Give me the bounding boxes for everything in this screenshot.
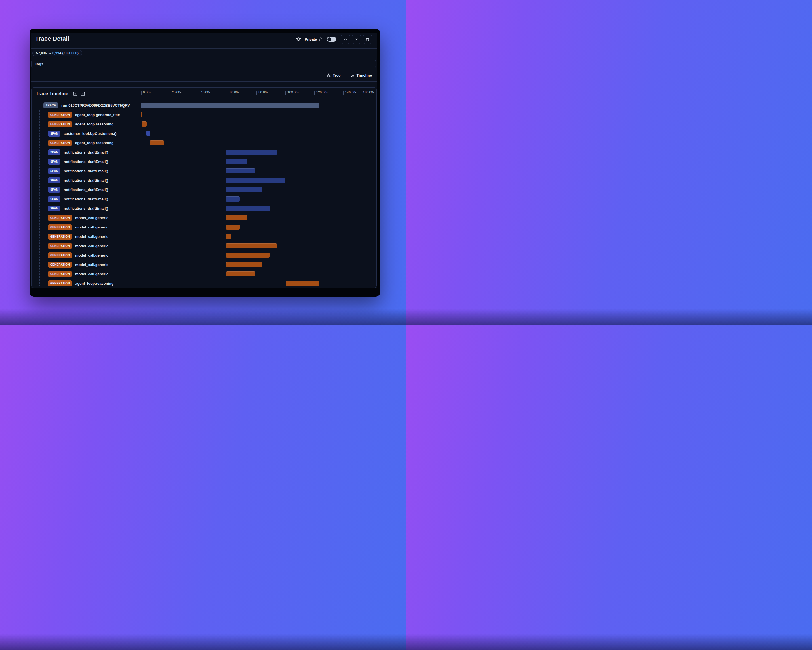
- axis-tick-line: [256, 90, 257, 95]
- timeline-row-generation[interactable]: — GENERATION model_call.generic: [32, 223, 377, 232]
- observation-name: model_call.generic: [75, 234, 108, 239]
- observation-name: customer_lookUpCustomers(): [64, 132, 116, 136]
- timeline-bar[interactable]: [147, 131, 150, 136]
- timeline-row-generation[interactable]: — GENERATION model_call.generic: [32, 232, 377, 241]
- timeline-row-generation[interactable]: — GENERATION agent_loop.reasoning: [32, 119, 377, 129]
- type-badge: SPAN: [48, 131, 60, 136]
- axis-tick-label: 120.00s: [316, 90, 328, 94]
- tree-icon: [327, 73, 331, 78]
- next-button[interactable]: [352, 35, 361, 44]
- type-badge: TRACE: [43, 102, 58, 109]
- expand-all-button[interactable]: [73, 92, 78, 96]
- type-badge: GENERATION: [48, 112, 72, 118]
- type-badge: SPAN: [48, 168, 60, 174]
- observation-name: model_call.generic: [75, 216, 108, 220]
- timeline-row-span[interactable]: — SPAN notifications_draftEmail(): [32, 185, 377, 194]
- axis-end-label: 160.00s: [363, 90, 374, 94]
- observation-name: notifications_draftEmail(): [64, 150, 108, 154]
- observation-name: notifications_draftEmail(): [64, 197, 108, 201]
- tab-tree[interactable]: Tree: [322, 70, 346, 81]
- panel-content: Trace Detail Private: [31, 34, 377, 288]
- tags-input[interactable]: Tags: [32, 60, 376, 68]
- timeline-row-span[interactable]: — SPAN notifications_draftEmail(): [32, 176, 377, 185]
- timeline-row-span[interactable]: — SPAN notifications_draftEmail(): [32, 148, 377, 157]
- observation-name: notifications_draftEmail(): [64, 169, 108, 173]
- collapse-all-button[interactable]: [81, 92, 85, 96]
- type-badge: GENERATION: [48, 280, 72, 286]
- timeline-bar[interactable]: [142, 121, 147, 127]
- timeline-row-span[interactable]: — SPAN notifications_draftEmail(): [32, 157, 377, 166]
- type-badge: GENERATION: [48, 262, 72, 268]
- type-badge: GENERATION: [48, 140, 72, 146]
- timeline-row-generation[interactable]: — GENERATION model_call.generic: [32, 251, 377, 260]
- timeline-row-generation[interactable]: — GENERATION agent_loop.reasoning: [32, 279, 377, 288]
- type-badge: GENERATION: [48, 271, 72, 277]
- timeline-row-trace[interactable]: — TRACE run:01JCTPR9VD06FD2ZBB5VCT5QRV: [32, 101, 377, 110]
- star-icon[interactable]: [296, 36, 301, 42]
- timeline-bar[interactable]: [226, 196, 240, 202]
- token-usage-badge: 57,036 → 3,994 (Σ 61,030): [32, 50, 82, 57]
- timeline-bar[interactable]: [226, 159, 247, 164]
- timeline-bar[interactable]: [226, 225, 240, 229]
- axis-tick-line: [170, 90, 171, 95]
- timeline-bar[interactable]: [141, 112, 142, 117]
- timeline-bar[interactable]: [226, 187, 262, 192]
- timeline-bar[interactable]: [286, 281, 319, 286]
- view-tabstrip: Tree Timeline: [31, 70, 377, 82]
- axis-tick-line: [227, 90, 228, 95]
- timeline-bar[interactable]: [226, 206, 270, 211]
- axis-tick-label: 140.00s: [345, 90, 357, 94]
- type-badge: SPAN: [48, 177, 60, 184]
- timeline-row-span[interactable]: — SPAN customer_lookUpCustomers(): [32, 129, 377, 138]
- axis-tick-label: 80.00s: [258, 90, 269, 94]
- timeline-row-generation[interactable]: — GENERATION agent_loop.generate_title: [32, 110, 377, 119]
- privacy-control: Private: [305, 37, 323, 41]
- timeline-row-span[interactable]: — SPAN notifications_draftEmail(): [32, 166, 377, 176]
- observation-name: model_call.generic: [75, 244, 108, 248]
- timeline-row-span[interactable]: — SPAN notifications_draftEmail(): [32, 194, 377, 204]
- timeline-bar[interactable]: [226, 150, 277, 155]
- axis-tick-label: 100.00s: [287, 90, 299, 94]
- observation-name: notifications_draftEmail(): [64, 178, 108, 182]
- timeline-bar[interactable]: [226, 234, 232, 239]
- timeline-row-generation[interactable]: — GENERATION model_call.generic: [32, 260, 377, 269]
- timeline-row-span[interactable]: — SPAN notifications_draftEmail(): [32, 204, 377, 213]
- timeline-bar[interactable]: [226, 262, 263, 267]
- delete-button[interactable]: [363, 35, 372, 44]
- axis-tick-line: [343, 90, 344, 95]
- chevron-down-icon: [355, 37, 359, 41]
- timeline-bar[interactable]: [226, 271, 255, 277]
- timeline-row-generation[interactable]: — GENERATION model_call.generic: [32, 269, 377, 279]
- timeline-bar[interactable]: [226, 178, 285, 183]
- observation-name: model_call.generic: [75, 263, 108, 267]
- timeline-title: Trace Timeline: [36, 91, 68, 96]
- timeline-bar[interactable]: [226, 215, 247, 220]
- page-title: Trace Detail: [35, 35, 69, 42]
- axis-tick-label: 40.00s: [201, 90, 211, 94]
- privacy-toggle[interactable]: [327, 37, 336, 42]
- observation-name: notifications_draftEmail(): [64, 206, 108, 211]
- timeline-row-generation[interactable]: — GENERATION model_call.generic: [32, 241, 377, 251]
- timeline-bar[interactable]: [226, 168, 255, 173]
- prev-button[interactable]: [341, 35, 350, 44]
- axis-tick-line: [314, 90, 315, 95]
- observation-name: notifications_draftEmail(): [64, 188, 108, 192]
- tab-timeline[interactable]: Timeline: [345, 70, 377, 81]
- type-badge: SPAN: [48, 159, 60, 165]
- timeline-bar[interactable]: [150, 140, 164, 145]
- toggle-knob: [327, 37, 331, 41]
- privacy-label: Private: [305, 37, 317, 41]
- timeline-bar[interactable]: [226, 252, 270, 258]
- type-badge: GENERATION: [48, 121, 72, 127]
- timeline-bar[interactable]: [141, 103, 319, 108]
- trace-detail-panel: Trace Detail Private: [29, 29, 380, 297]
- tags-label: Tags: [35, 62, 43, 66]
- timeline-row-generation[interactable]: — GENERATION model_call.generic: [32, 213, 377, 223]
- timeline-row-generation[interactable]: — GENERATION agent_loop.reasoning: [32, 138, 377, 148]
- trash-icon: [365, 37, 370, 41]
- timeline-bar[interactable]: [226, 243, 277, 248]
- collapse-toggle[interactable]: —: [37, 103, 41, 107]
- observation-name: run:01JCTPR9VD06FD2ZBB5VCT5QRV: [61, 103, 130, 107]
- type-badge: SPAN: [48, 196, 60, 202]
- observation-name: agent_loop.reasoning: [75, 281, 113, 286]
